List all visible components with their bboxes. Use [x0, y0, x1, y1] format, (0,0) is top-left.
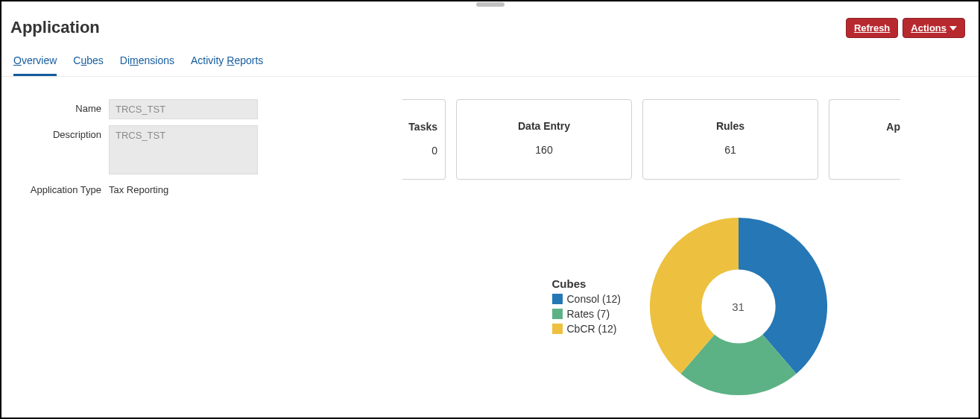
stat-card-title: Rules: [716, 120, 745, 132]
chart-title: Cubes: [552, 277, 634, 290]
stat-card-data-entry[interactable]: Data Entry 160: [456, 99, 632, 180]
donut-center-value: 31: [732, 300, 745, 313]
stat-card-title: Tasks: [408, 121, 437, 133]
stat-cards: Tasks 0 Data Entry 160 Rules 61 Ap: [413, 99, 970, 180]
refresh-button[interactable]: Refresh: [846, 18, 898, 38]
chart-legend: Cubes Consol (12) Rates (7) CbCR (12): [552, 277, 634, 336]
page-header: Application Refresh Actions: [1, 1, 979, 38]
tab-cubes[interactable]: Cubes: [73, 51, 104, 76]
legend-label: Rates (7): [567, 306, 610, 321]
page-title: Application: [10, 18, 100, 37]
apptype-label: Application Type: [10, 180, 109, 195]
name-label: Name: [10, 99, 109, 114]
tab-bar: Overview Cubes Dimensions Activity Repor…: [1, 38, 979, 77]
stat-card-trailing-partial[interactable]: Ap: [829, 99, 900, 180]
form-panel: Name Description Application Type Tax Re…: [10, 99, 398, 201]
tab-overview[interactable]: Overview: [13, 51, 57, 76]
swatch-rates: [552, 309, 563, 319]
description-field[interactable]: [109, 125, 258, 174]
stat-card-leading-partial[interactable]: Tasks 0: [402, 99, 446, 180]
legend-label: CbCR (12): [567, 321, 617, 336]
stat-card-value: 160: [535, 144, 552, 156]
swatch-cbcr: [552, 324, 563, 334]
actions-button-label: Actions: [911, 22, 946, 34]
legend-item-rates: Rates (7): [552, 306, 634, 321]
swatch-consol: [552, 294, 563, 304]
stat-card-value: 61: [724, 144, 736, 156]
stat-card-title: Ap: [886, 121, 900, 133]
stat-card-rules[interactable]: Rules 61: [642, 99, 818, 180]
cubes-chart-block: Cubes Consol (12) Rates (7) CbCR (12): [413, 214, 970, 399]
actions-button[interactable]: Actions: [902, 18, 965, 38]
stat-card-value: 0: [431, 145, 437, 157]
legend-item-consol: Consol (12): [552, 292, 634, 306]
header-buttons: Refresh Actions: [846, 18, 965, 38]
donut-chart: 31: [646, 214, 831, 399]
tab-dimensions[interactable]: Dimensions: [120, 51, 174, 76]
content-area: Name Description Application Type Tax Re…: [1, 77, 979, 406]
stat-card-title: Data Entry: [518, 120, 570, 132]
apptype-value: Tax Reporting: [109, 180, 168, 195]
legend-label: Consol (12): [567, 292, 621, 306]
overview-panel: Tasks 0 Data Entry 160 Rules 61 Ap Cubes: [413, 99, 970, 399]
legend-item-cbcr: CbCR (12): [552, 321, 634, 336]
drag-handle[interactable]: [476, 2, 505, 7]
caret-down-icon: [949, 26, 957, 31]
tab-activity-reports[interactable]: Activity Reports: [191, 51, 263, 76]
description-label: Description: [10, 125, 109, 140]
refresh-button-label: Refresh: [854, 22, 890, 34]
name-field[interactable]: [109, 99, 258, 119]
